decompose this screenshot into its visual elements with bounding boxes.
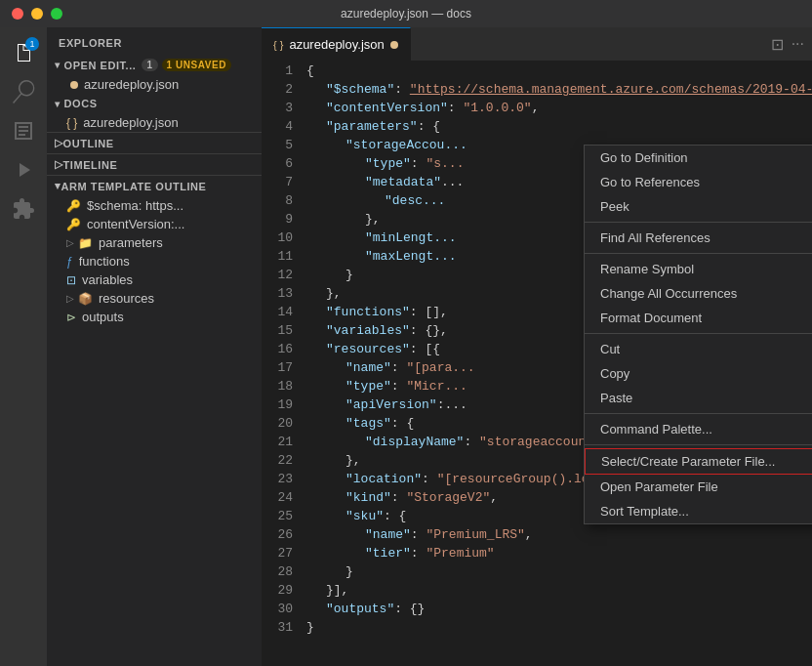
timeline-section: ▷ TIMELINE bbox=[47, 153, 262, 175]
parameters-folder-icon: 📁 bbox=[78, 236, 93, 250]
schema-label: $schema: https... bbox=[87, 198, 183, 213]
parameters-label: parameters bbox=[99, 235, 163, 250]
cm-sort-template[interactable]: Sort Template... bbox=[585, 499, 812, 523]
cm-open-parameter-file[interactable]: Open Parameter File bbox=[585, 475, 812, 499]
cm-change-all[interactable]: Change All Occurrences ⌘F2 bbox=[585, 281, 812, 306]
arm-outline-header[interactable]: ▾ ARM TEMPLATE OUTLINE bbox=[47, 176, 262, 196]
docs-filename: azuredeploy.json bbox=[83, 115, 178, 130]
timeline-arrow: ▷ bbox=[55, 158, 63, 171]
unsaved-badge: 1 UNSAVED bbox=[162, 59, 231, 71]
cm-find-all-refs-label: Find All References bbox=[600, 230, 812, 245]
window-controls bbox=[12, 8, 62, 20]
arm-functions-item[interactable]: ƒ functions bbox=[47, 252, 262, 271]
arm-outline-arrow: ▾ bbox=[55, 180, 61, 192]
schema-key-icon: 🔑 bbox=[66, 199, 81, 213]
open-editors-header[interactable]: ▾ OPEN EDIT... 1 1 UNSAVED bbox=[47, 55, 262, 75]
open-editors-section: ▾ OPEN EDIT... 1 1 UNSAVED azuredeploy.j… bbox=[47, 55, 262, 94]
open-editors-count: 1 bbox=[142, 59, 157, 71]
cm-select-parameter-file[interactable]: Select/Create Parameter File... bbox=[585, 448, 812, 475]
cm-goto-references-label: Go to References bbox=[600, 175, 812, 189]
cm-open-parameter-file-label: Open Parameter File bbox=[600, 479, 812, 494]
outputs-label: outputs bbox=[82, 310, 124, 324]
json-file-icon: { } bbox=[66, 116, 77, 130]
context-menu-overlay: Go to Definition F12 Go to References ⇧F… bbox=[262, 27, 812, 666]
resources-arrow: ▷ bbox=[66, 293, 74, 304]
outline-arrow: ▷ bbox=[55, 137, 63, 149]
explorer-activity-icon[interactable]: 1 bbox=[6, 35, 41, 70]
arm-outline-section: ▾ ARM TEMPLATE OUTLINE 🔑 $schema: https.… bbox=[47, 175, 262, 326]
functions-label: functions bbox=[79, 254, 130, 269]
explorer-badge: 1 bbox=[25, 37, 39, 51]
close-button[interactable] bbox=[12, 8, 23, 20]
cm-format-document[interactable]: Format Document ⌥⇧F bbox=[585, 306, 812, 330]
cm-goto-references[interactable]: Go to References ⇧F12 bbox=[585, 170, 812, 194]
docs-header[interactable]: ▾ DOCS bbox=[47, 94, 262, 113]
cm-paste-label: Paste bbox=[600, 391, 812, 405]
docs-arrow: ▾ bbox=[55, 99, 61, 109]
cm-peek-label: Peek bbox=[600, 199, 812, 214]
arm-variables-item[interactable]: ⊡ variables bbox=[47, 271, 262, 289]
resources-label: resources bbox=[99, 291, 154, 306]
maximize-button[interactable] bbox=[51, 8, 62, 20]
context-menu: Go to Definition F12 Go to References ⇧F… bbox=[584, 145, 812, 524]
search-activity-icon[interactable] bbox=[6, 74, 41, 109]
cm-paste[interactable]: Paste ⌘V bbox=[585, 386, 812, 410]
outputs-icon: ⊳ bbox=[66, 311, 76, 324]
arm-contentversion-item[interactable]: 🔑 contentVersion:... bbox=[47, 215, 262, 233]
cm-change-all-label: Change All Occurrences bbox=[600, 286, 812, 301]
cm-rename-symbol-label: Rename Symbol bbox=[600, 262, 812, 276]
cm-copy[interactable]: Copy ⌘C bbox=[585, 361, 812, 386]
open-editor-filename: azuredeploy.json bbox=[84, 77, 179, 92]
variables-icon: ⊡ bbox=[66, 273, 76, 287]
sidebar-title: EXPLORER bbox=[47, 27, 262, 55]
outline-header[interactable]: ▷ OUTLINE bbox=[47, 133, 262, 153]
cm-find-all-refs[interactable]: Find All References ⌥⇧F12 bbox=[585, 226, 812, 250]
extensions-activity-icon[interactable] bbox=[6, 191, 41, 227]
run-activity-icon[interactable] bbox=[6, 152, 41, 187]
open-editors-label: OPEN EDIT... bbox=[64, 60, 137, 71]
arm-schema-item[interactable]: 🔑 $schema: https... bbox=[47, 196, 262, 215]
cm-cut[interactable]: Cut ⌘X bbox=[585, 337, 812, 361]
contentversion-label: contentVersion:... bbox=[87, 217, 184, 231]
docs-label: DOCS bbox=[64, 98, 98, 109]
timeline-header[interactable]: ▷ TIMELINE bbox=[47, 154, 262, 175]
cm-goto-definition[interactable]: Go to Definition F12 bbox=[585, 146, 812, 170]
activity-bar: 1 bbox=[0, 27, 47, 666]
arm-parameters-item[interactable]: ▷ 📁 parameters bbox=[47, 233, 262, 252]
open-editors-arrow: ▾ bbox=[55, 60, 61, 70]
cm-peek[interactable]: Peek ▶ bbox=[585, 194, 812, 219]
modified-indicator bbox=[70, 81, 78, 89]
parameters-arrow: ▷ bbox=[66, 237, 74, 248]
window-title: azuredeploy.json — docs bbox=[341, 7, 471, 21]
cm-command-palette-label: Command Palette... bbox=[600, 422, 812, 437]
cm-goto-definition-label: Go to Definition bbox=[600, 150, 812, 165]
arm-outputs-item[interactable]: ⊳ outputs bbox=[47, 308, 262, 326]
contentversion-key-icon: 🔑 bbox=[66, 218, 81, 231]
cm-select-parameter-file-label: Select/Create Parameter File... bbox=[601, 454, 812, 469]
title-bar: azuredeploy.json — docs bbox=[0, 0, 812, 27]
arm-resources-item[interactable]: ▷ 📦 resources bbox=[47, 289, 262, 308]
docs-section: ▾ DOCS { } azuredeploy.json bbox=[47, 94, 262, 132]
cm-divider-1 bbox=[585, 222, 812, 223]
open-editor-file[interactable]: azuredeploy.json bbox=[47, 75, 262, 94]
cm-sort-template-label: Sort Template... bbox=[600, 504, 812, 519]
resources-icon: 📦 bbox=[78, 292, 93, 306]
cm-copy-label: Copy bbox=[600, 366, 812, 381]
main-layout: 1 EXPLORER ▾ OP bbox=[0, 27, 812, 666]
editor-area: { } azuredeploy.json ⊡ ··· 12345 678910 … bbox=[262, 27, 812, 666]
cm-rename-symbol[interactable]: Rename Symbol F2 bbox=[585, 257, 812, 281]
functions-icon: ƒ bbox=[66, 255, 73, 269]
cm-divider-4 bbox=[585, 413, 812, 414]
cm-divider-5 bbox=[585, 444, 812, 445]
cm-command-palette[interactable]: Command Palette... ⇧⌘P bbox=[585, 417, 812, 441]
docs-file[interactable]: { } azuredeploy.json bbox=[47, 113, 262, 132]
source-control-activity-icon[interactable] bbox=[6, 113, 41, 148]
cm-divider-3 bbox=[585, 333, 812, 334]
cm-cut-label: Cut bbox=[600, 342, 812, 356]
cm-divider-2 bbox=[585, 253, 812, 254]
variables-label: variables bbox=[82, 272, 133, 287]
sidebar: EXPLORER ▾ OPEN EDIT... 1 1 UNSAVED azur… bbox=[47, 27, 262, 666]
outline-section: ▷ OUTLINE bbox=[47, 132, 262, 153]
cm-format-document-label: Format Document bbox=[600, 311, 812, 325]
minimize-button[interactable] bbox=[31, 8, 43, 20]
